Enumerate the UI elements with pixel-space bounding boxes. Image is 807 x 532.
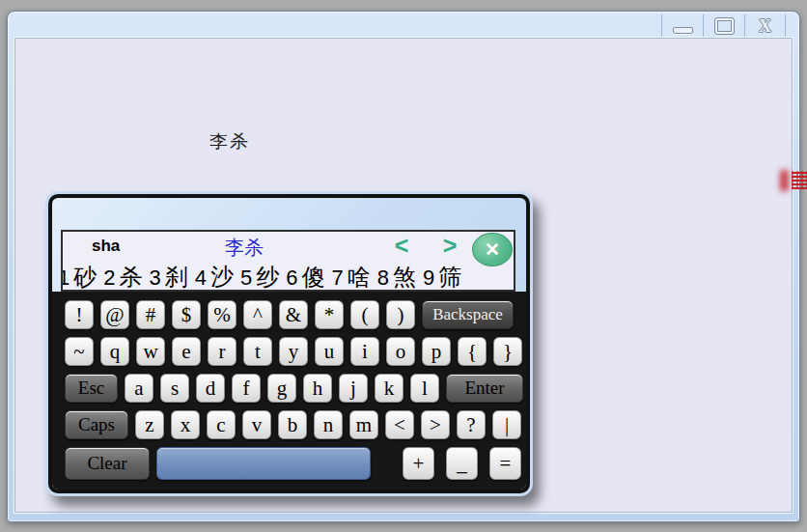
key-t[interactable]: t xyxy=(243,337,272,366)
key-clear[interactable]: Clear xyxy=(65,447,150,480)
key-dollar[interactable]: $ xyxy=(172,300,201,329)
red-desktop-artifact xyxy=(780,167,807,194)
candidate-number: 5 xyxy=(240,266,252,291)
candidate-number: 2 xyxy=(103,266,115,291)
key-brace-close[interactable]: } xyxy=(493,337,522,366)
key-less-than[interactable]: < xyxy=(385,410,414,439)
keyboard-row-3: EscasdfghjklEnter xyxy=(65,374,526,403)
key-w[interactable]: w xyxy=(136,337,165,366)
key-space[interactable] xyxy=(156,447,371,480)
key-percent[interactable]: % xyxy=(208,300,237,329)
key-e[interactable]: e xyxy=(172,337,201,366)
candidate-number: 3 xyxy=(150,266,161,291)
candidate-4[interactable]: 4沙 xyxy=(195,262,234,292)
close-button[interactable]: X xyxy=(744,14,786,37)
key-a[interactable]: a xyxy=(125,374,153,403)
candidate-number: 9 xyxy=(423,266,434,291)
key-plus[interactable]: + xyxy=(403,447,434,480)
titlebar[interactable]: X xyxy=(8,12,799,38)
candidate-char: 傻 xyxy=(302,262,325,292)
candidate-char: 纱 xyxy=(256,262,279,292)
key-paren-open[interactable]: ( xyxy=(350,300,379,329)
candidate-number: 8 xyxy=(377,266,389,291)
key-exclamation[interactable]: ! xyxy=(65,300,94,329)
candidate-3[interactable]: 3刹 xyxy=(150,262,188,292)
document-text: 李杀 xyxy=(209,129,250,154)
candidate-8[interactable]: 8煞 xyxy=(377,262,416,292)
maximize-button[interactable] xyxy=(703,14,744,37)
key-pipe[interactable]: | xyxy=(492,410,521,439)
key-brace-open[interactable]: { xyxy=(458,337,487,366)
candidate-char: 煞 xyxy=(393,262,416,292)
key-c[interactable]: c xyxy=(207,410,236,439)
key-q[interactable]: q xyxy=(100,337,129,366)
next-page-arrow[interactable]: > xyxy=(437,232,462,259)
key-m[interactable]: m xyxy=(349,410,378,439)
minimize-icon xyxy=(673,27,693,34)
maximize-icon xyxy=(715,18,734,34)
red-glyph-mark xyxy=(792,171,807,189)
desktop: { "window": { "title": "", "controls": {… xyxy=(0,0,807,532)
key-at[interactable]: @ xyxy=(100,300,129,329)
pinyin-header: sha 李杀 < > ✕ xyxy=(63,232,514,261)
candidate-number: 7 xyxy=(332,266,344,291)
candidate-char: 刹 xyxy=(165,262,188,292)
key-caps[interactable]: Caps xyxy=(65,410,128,439)
key-asterisk[interactable]: * xyxy=(315,300,344,329)
key-g[interactable]: g xyxy=(267,374,296,403)
key-greater-than[interactable]: > xyxy=(421,410,450,439)
keyboard-row-4: Capszxcvbnm<>?| xyxy=(65,410,526,439)
key-enter[interactable]: Enter xyxy=(446,374,523,403)
minimize-button[interactable] xyxy=(661,14,703,37)
key-s[interactable]: s xyxy=(160,374,189,403)
key-n[interactable]: n xyxy=(314,410,343,439)
candidate-char: 砂 xyxy=(73,262,97,292)
candidate-9[interactable]: 9筛 xyxy=(423,262,461,292)
candidate-char: 筛 xyxy=(438,262,461,292)
key-j[interactable]: j xyxy=(339,374,368,403)
key-d[interactable]: d xyxy=(196,374,225,403)
key-underscore[interactable]: _ xyxy=(446,447,478,480)
composed-text: 李杀 xyxy=(225,235,264,261)
keyboard-row-1: !@#$%^&*()Backspace xyxy=(65,300,526,329)
key-x[interactable]: x xyxy=(171,410,200,439)
key-b[interactable]: b xyxy=(278,410,307,439)
key-tilde[interactable]: ~ xyxy=(65,337,94,366)
keyboard-row-5: Clear+_= xyxy=(65,447,526,480)
key-paren-close[interactable]: ) xyxy=(386,300,415,329)
candidate-char: 杀 xyxy=(120,262,143,292)
key-u[interactable]: u xyxy=(315,337,344,366)
pinyin-panel: sha 李杀 < > ✕ 1砂2杀3刹4沙5纱6傻7啥8煞9筛 xyxy=(61,230,515,292)
window-controls: X xyxy=(661,14,786,37)
candidate-5[interactable]: 5纱 xyxy=(240,262,279,292)
pinyin-input: sha xyxy=(92,237,120,256)
candidate-6[interactable]: 6傻 xyxy=(286,262,324,292)
keyboard-keys: !@#$%^&*()Backspace~qwertyuiop{}Escasdfg… xyxy=(65,300,526,480)
key-k[interactable]: k xyxy=(375,374,404,403)
key-y[interactable]: y xyxy=(279,337,308,366)
key-hash[interactable]: # xyxy=(136,300,165,329)
key-p[interactable]: p xyxy=(422,337,451,366)
key-v[interactable]: v xyxy=(242,410,271,439)
key-f[interactable]: f xyxy=(232,374,261,403)
candidate-1[interactable]: 1砂 xyxy=(61,262,97,292)
candidate-row: 1砂2杀3刹4沙5纱6傻7啥8煞9筛 xyxy=(61,262,514,292)
key-backspace[interactable]: Backspace xyxy=(422,300,514,329)
key-r[interactable]: r xyxy=(208,337,237,366)
key-question[interactable]: ? xyxy=(457,410,486,439)
key-caret[interactable]: ^ xyxy=(243,300,272,329)
key-i[interactable]: i xyxy=(350,337,379,366)
key-l[interactable]: l xyxy=(410,374,439,403)
key-o[interactable]: o xyxy=(386,337,415,366)
key-h[interactable]: h xyxy=(303,374,332,403)
key-ampersand[interactable]: & xyxy=(279,300,308,329)
candidate-2[interactable]: 2杀 xyxy=(103,262,142,292)
candidate-char: 啥 xyxy=(348,262,371,292)
keyboard-row-2: ~qwertyuiop{} xyxy=(65,337,526,366)
key-z[interactable]: z xyxy=(135,410,164,439)
prev-page-arrow[interactable]: < xyxy=(389,232,414,259)
key-equals[interactable]: = xyxy=(489,447,521,480)
candidate-number: 4 xyxy=(195,266,207,291)
key-esc[interactable]: Esc xyxy=(65,374,118,403)
candidate-7[interactable]: 7啥 xyxy=(332,262,371,292)
